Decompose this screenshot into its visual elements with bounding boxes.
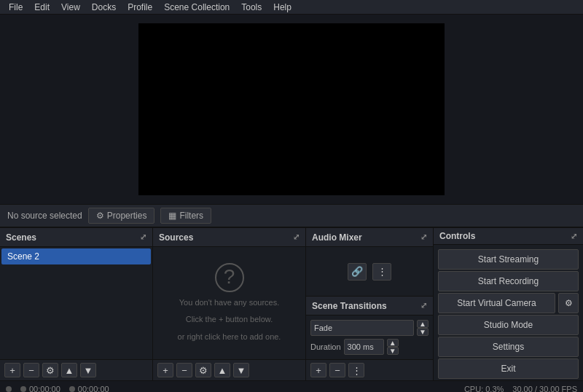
transition-type-up[interactable]: ▲	[417, 320, 429, 328]
record-time-item: 00:00:00	[69, 385, 109, 393]
exit-button[interactable]: Exit	[438, 358, 579, 379]
controls-header: Controls ⤢	[434, 228, 583, 245]
stream-time: 00:00:00	[29, 385, 60, 393]
source-bar: No source selected ⚙ Properties ▦ Filter…	[0, 204, 583, 227]
duration-down[interactable]: ▼	[387, 347, 399, 355]
audio-title: Audio Mixer	[312, 232, 362, 243]
transitions-header: Scene Transitions ⤢	[306, 297, 433, 315]
transitions-dots-button[interactable]: ⋮	[348, 363, 364, 377]
scenes-panel-header: Scenes ⤢	[0, 228, 152, 247]
panels: Scenes ⤢ Scene 2 + − ⚙ ▲ ▼ Sources ⤢ ? Y…	[0, 227, 583, 380]
duration-row: Duration ▲ ▼	[310, 339, 429, 355]
transition-type-spinners: ▲ ▼	[417, 320, 429, 336]
transitions-body: FadeCutSwipeSlideStingerLuma Wipe ▲ ▼ Du…	[306, 315, 433, 359]
scene-list: Scene 2	[0, 247, 152, 359]
sources-toolbar: + − ⚙ ▲ ▼	[153, 359, 305, 380]
audio-dots-button[interactable]: ⋮	[372, 263, 391, 281]
transition-type-row: FadeCutSwipeSlideStingerLuma Wipe ▲ ▼	[310, 320, 429, 336]
audio-controls: 🔗 ⋮	[306, 247, 433, 296]
controls-expand-icon[interactable]: ⤢	[571, 232, 577, 241]
sources-title: Sources	[159, 232, 193, 243]
scenes-toolbar: + − ⚙ ▲ ▼	[0, 359, 152, 380]
sources-panel: Sources ⤢ ? You don't have any sources. …	[153, 228, 306, 380]
duration-spinners: ▲ ▼	[387, 339, 399, 355]
preview-canvas	[138, 23, 445, 195]
sources-add-button[interactable]: +	[157, 363, 173, 377]
stream-dot	[20, 386, 26, 392]
menu-item-help[interactable]: Help	[267, 1, 297, 14]
menu-item-tools[interactable]: Tools	[235, 1, 267, 14]
scenes-add-button[interactable]: +	[4, 363, 20, 377]
duration-input[interactable]	[344, 339, 384, 355]
menu-item-profile[interactable]: Profile	[122, 1, 158, 14]
sources-up-button[interactable]: ▲	[214, 363, 230, 377]
properties-button[interactable]: ⚙ Properties	[88, 208, 155, 224]
scenes-expand-icon[interactable]: ⤢	[140, 232, 146, 242]
controls-panel: Controls ⤢ Start Streaming Start Recordi…	[434, 228, 583, 380]
menu-item-docks[interactable]: Docks	[86, 1, 122, 14]
gear-icon: ⚙	[96, 211, 104, 221]
transition-type-select[interactable]: FadeCutSwipeSlideStingerLuma Wipe	[310, 320, 414, 336]
fps-item: 30.00 / 30.00 FPS	[512, 385, 577, 393]
scenes-config-button[interactable]: ⚙	[42, 363, 58, 377]
filters-button[interactable]: ▦ Filters	[160, 208, 211, 224]
menu-item-edit[interactable]: Edit	[28, 1, 55, 14]
sources-hint-3: or right click here to add one.	[178, 331, 281, 344]
fps-label: 30.00 / 30.00 FPS	[512, 385, 577, 393]
transitions-section: Scene Transitions ⤢ FadeCutSwipeSlideSti…	[306, 297, 433, 380]
scenes-title: Scenes	[6, 232, 36, 243]
scenes-up-button[interactable]: ▲	[61, 363, 77, 377]
controls-body: Start Streaming Start Recording Start Vi…	[434, 245, 583, 383]
sources-hint-2: Click the + button below.	[186, 313, 273, 326]
menu-item-file[interactable]: File	[3, 1, 28, 14]
transition-type-down[interactable]: ▼	[417, 328, 429, 336]
sources-expand-icon[interactable]: ⤢	[293, 232, 300, 242]
network-dot	[6, 386, 12, 392]
studio-mode-button[interactable]: Studio Mode	[438, 315, 579, 335]
scenes-down-button[interactable]: ▼	[80, 363, 96, 377]
cpu-label: CPU: 0.3%	[464, 385, 504, 393]
audio-link-button[interactable]: 🔗	[348, 263, 367, 281]
virtual-camera-row: Start Virtual Camera ⚙	[438, 293, 579, 313]
filter-icon: ▦	[168, 211, 176, 221]
scenes-panel: Scenes ⤢ Scene 2 + − ⚙ ▲ ▼	[0, 228, 153, 380]
sources-panel-header: Sources ⤢	[153, 228, 305, 247]
controls-title: Controls	[439, 231, 475, 241]
record-dot	[69, 386, 75, 392]
audio-panel-header: Audio Mixer ⤢	[306, 228, 433, 247]
duration-up[interactable]: ▲	[387, 339, 399, 347]
sources-config-button[interactable]: ⚙	[195, 363, 211, 377]
menu-item-scene-collection[interactable]: Scene Collection	[158, 1, 235, 14]
transitions-title: Scene Transitions	[312, 301, 387, 311]
settings-button[interactable]: Settings	[438, 337, 579, 357]
cpu-item: CPU: 0.3%	[464, 385, 504, 393]
menu-item-view[interactable]: View	[55, 1, 86, 14]
no-source-label: No source selected	[7, 211, 82, 221]
stream-time-item: 00:00:00	[20, 385, 60, 393]
network-status	[6, 386, 12, 392]
start-recording-button[interactable]: Start Recording	[438, 271, 579, 291]
transitions-remove-button[interactable]: −	[329, 363, 345, 377]
start-streaming-button[interactable]: Start Streaming	[438, 249, 579, 270]
sources-empty[interactable]: ? You don't have any sources. Click the …	[153, 247, 305, 359]
scene-item[interactable]: Scene 2	[1, 248, 151, 264]
question-icon: ?	[215, 263, 244, 292]
preview-area	[0, 15, 583, 204]
start-virtual-camera-button[interactable]: Start Virtual Camera	[438, 293, 555, 313]
audio-transitions: Audio Mixer ⤢ 🔗 ⋮ Scene Transitions ⤢ Fa…	[306, 228, 434, 380]
transitions-expand-icon[interactable]: ⤢	[420, 301, 427, 310]
menubar: FileEditViewDocksProfileScene Collection…	[0, 0, 583, 15]
sources-remove-button[interactable]: −	[176, 363, 192, 377]
duration-label: Duration	[310, 342, 341, 351]
transitions-toolbar: + − ⋮	[306, 359, 433, 380]
scenes-remove-button[interactable]: −	[23, 363, 39, 377]
record-time: 00:00:00	[78, 385, 109, 393]
transitions-add-button[interactable]: +	[310, 363, 326, 377]
audio-panel: Audio Mixer ⤢ 🔗 ⋮	[306, 228, 433, 297]
audio-expand-icon[interactable]: ⤢	[420, 232, 427, 242]
sources-hint-1: You don't have any sources.	[179, 297, 279, 310]
virtual-camera-settings-button[interactable]: ⚙	[558, 293, 579, 313]
sources-down-button[interactable]: ▼	[233, 363, 249, 377]
